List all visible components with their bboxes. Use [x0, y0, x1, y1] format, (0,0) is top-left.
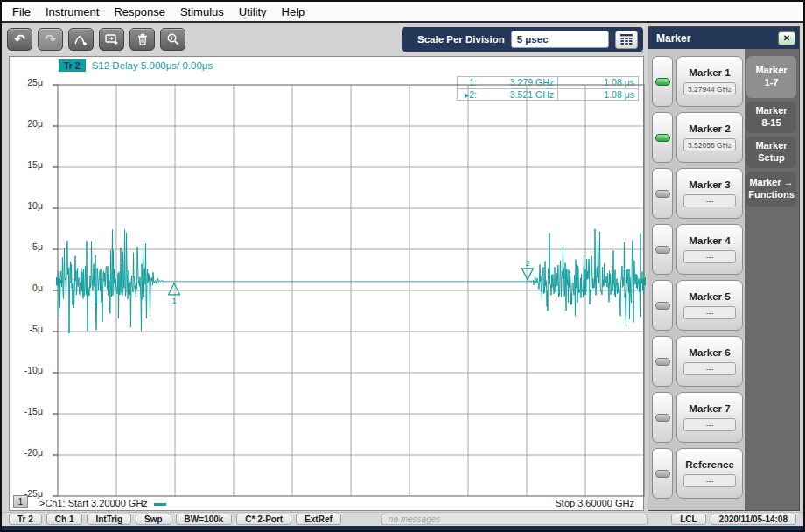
marker-button-label: Reference — [685, 459, 734, 470]
marker-button-label: Marker 3 — [689, 179, 730, 190]
zoom-button[interactable] — [160, 28, 186, 51]
marker-button-label: Marker 6 — [689, 347, 730, 358]
trace-badge[interactable]: Tr 2 — [59, 60, 86, 72]
undo-icon: ↶ — [14, 32, 25, 47]
magnifier-icon — [166, 32, 180, 46]
toolbar: ↶ ↷ Scale Per Division — [2, 24, 646, 54]
stop-frequency-label: Stop 3.60000 GHz — [555, 498, 634, 508]
led-indicator — [655, 190, 670, 198]
marker-6-toggle[interactable] — [652, 336, 673, 387]
marker-panel: Marker ✕ Marker 1 3.27944 GHz Marker 2 3… — [648, 26, 800, 511]
status-bar: Tr 2 Ch 1 IntTrig Swp BW=100k C* 2-Port … — [2, 512, 803, 526]
status-channel[interactable]: Ch 1 — [46, 514, 83, 525]
close-button[interactable]: ✕ — [778, 32, 795, 46]
tab-marker-setup[interactable]: Marker Setup — [746, 136, 796, 168]
status-calibration[interactable]: C* 2-Port — [236, 514, 291, 525]
status-bandwidth[interactable]: BW=100k — [176, 514, 233, 525]
marker-1-toggle[interactable] — [652, 56, 673, 107]
y-axis-tick-label: 5μ — [32, 242, 43, 252]
marker-5-button[interactable]: Marker 5 --- — [676, 280, 743, 331]
status-trigger[interactable]: IntTrig — [87, 514, 131, 525]
tab-label: Marker → — [746, 177, 796, 189]
marker-button-value: --- — [683, 362, 736, 375]
screen-plus-icon — [104, 32, 120, 46]
tab-label: Functions — [746, 189, 796, 201]
trash-icon — [136, 32, 150, 46]
marker-1-number: 1 — [172, 297, 177, 305]
status-sweep[interactable]: Swp — [136, 514, 172, 525]
x-axis-row: 1 >Ch1: Start 3.20000 GHz Stop 3.60000 G… — [10, 495, 643, 508]
marker-row: Marker 6 --- — [652, 336, 743, 387]
y-axis-tick-label: 15μ — [27, 159, 43, 170]
channel-badge: 1 — [13, 495, 28, 508]
marker-button-value: --- — [683, 418, 736, 431]
marker-tabs-column: Marker 1-7 Marker 8-15 Marker Setup Mark… — [745, 49, 799, 510]
keypad-button[interactable] — [615, 31, 638, 49]
menu-utility[interactable]: Utility — [239, 5, 267, 18]
tab-label: Marker — [746, 65, 796, 77]
marker-1-symbol[interactable] — [169, 284, 180, 295]
marker-button-value: --- — [683, 474, 736, 487]
marker-buttons-column: Marker 1 3.27944 GHz Marker 2 3.52056 GH… — [648, 49, 745, 510]
marker-2-button[interactable]: Marker 2 3.52056 GHz — [676, 112, 743, 163]
status-reference[interactable]: ExtRef — [296, 514, 341, 525]
undo-button[interactable]: ↶ — [7, 28, 32, 51]
marker-7-toggle[interactable] — [652, 392, 673, 443]
marker-button-label: Marker 5 — [689, 291, 730, 302]
new-window-button[interactable] — [99, 28, 124, 51]
marker-1-button[interactable]: Marker 1 3.27944 GHz — [676, 56, 743, 107]
y-axis-tick-label: -5μ — [30, 324, 43, 334]
scale-per-division-label: Scale Per Division — [417, 34, 505, 45]
status-lcl[interactable]: LCL — [671, 514, 705, 525]
marker-button-label: Marker 2 — [689, 123, 730, 134]
marker-button-value: 3.52056 GHz — [683, 138, 736, 151]
plot-area: 12 — [52, 83, 649, 500]
add-trace-button[interactable] — [68, 28, 94, 51]
marker-button-label: Marker 1 — [689, 67, 730, 78]
trace-info-row: Tr 2 S12 Delay 5.000μs/ 0.00μs — [59, 60, 213, 72]
marker-row: Reference --- — [652, 448, 743, 499]
marker-button-label: Marker 4 — [689, 235, 730, 246]
marker-2-symbol[interactable] — [522, 269, 533, 280]
tab-marker-8-15[interactable]: Marker 8-15 — [746, 102, 796, 133]
start-frequency-label: >Ch1: Start 3.20000 GHz — [39, 498, 148, 508]
menu-instrument[interactable]: Instrument — [46, 5, 99, 18]
delete-button[interactable] — [130, 28, 155, 51]
marker-row: Marker 2 3.52056 GHz — [652, 112, 743, 163]
y-axis-tick-label: 20μ — [27, 118, 43, 129]
marker-3-toggle[interactable] — [652, 168, 673, 219]
led-indicator — [655, 470, 670, 478]
status-trace[interactable]: Tr 2 — [9, 514, 42, 525]
menu-stimulus[interactable]: Stimulus — [180, 5, 224, 18]
reference-button[interactable]: Reference --- — [676, 448, 743, 499]
menu-response[interactable]: Response — [114, 5, 165, 18]
status-datetime: 2020/11/05-14:08 — [710, 514, 796, 525]
marker-row: Marker 7 --- — [652, 392, 743, 443]
peak-plus-icon — [74, 32, 89, 46]
menu-file[interactable]: File — [12, 5, 31, 18]
y-axis-tick-label: 25μ — [27, 77, 43, 88]
marker-2-toggle[interactable] — [652, 112, 673, 163]
marker-7-button[interactable]: Marker 7 --- — [676, 392, 743, 443]
tab-marker-1-7[interactable]: Marker 1-7 — [746, 56, 796, 98]
marker-4-toggle[interactable] — [652, 224, 673, 275]
redo-icon: ↷ — [45, 32, 56, 47]
menu-help[interactable]: Help — [282, 5, 305, 18]
marker-row: Marker 1 3.27944 GHz — [652, 56, 743, 107]
marker-6-button[interactable]: Marker 6 --- — [676, 336, 743, 387]
y-axis-labels: 25μ20μ15μ10μ5μ0μ-5μ-10μ-15μ-20μ-25μ — [10, 57, 50, 510]
close-icon: ✕ — [783, 33, 790, 43]
menu-bar: File Instrument Response Stimulus Utilit… — [2, 2, 803, 23]
tab-marker-functions[interactable]: Marker → Functions — [746, 172, 796, 206]
led-indicator — [655, 246, 670, 254]
marker-3-button[interactable]: Marker 3 --- — [676, 168, 743, 219]
led-indicator — [655, 134, 670, 142]
redo-button[interactable]: ↷ — [38, 28, 63, 51]
y-axis-tick-label: -10μ — [24, 365, 43, 375]
led-indicator — [655, 358, 670, 366]
reference-toggle[interactable] — [652, 448, 673, 499]
tab-label: Marker — [746, 140, 796, 152]
scale-per-division-input[interactable] — [511, 31, 609, 48]
marker-5-toggle[interactable] — [652, 280, 673, 331]
marker-4-button[interactable]: Marker 4 --- — [676, 224, 743, 275]
